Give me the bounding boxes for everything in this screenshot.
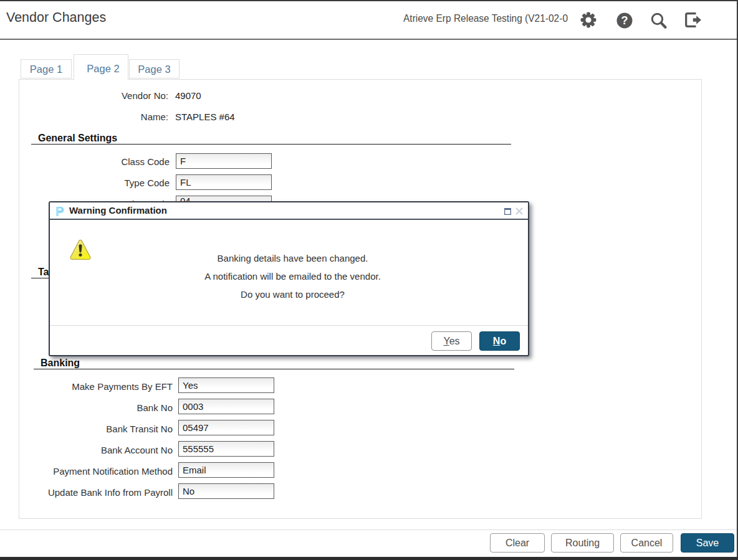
svg-text:?: ? xyxy=(621,14,628,27)
